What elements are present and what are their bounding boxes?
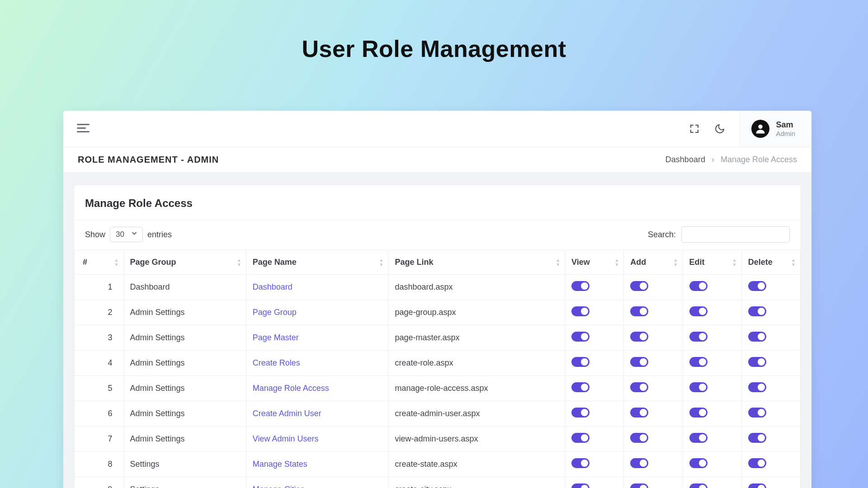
toggle-edit[interactable]	[689, 332, 708, 342]
col-edit[interactable]: Edit▲▼	[683, 250, 741, 275]
cell-page-name: Dashboard	[246, 275, 388, 300]
page-name-link[interactable]: Manage Role Access	[253, 384, 329, 393]
toggle-view[interactable]	[571, 408, 590, 418]
toggle-edit[interactable]	[689, 382, 708, 392]
sort-icon: ▲▼	[114, 258, 119, 267]
cell-index: 3	[75, 325, 124, 351]
cell-delete	[741, 300, 800, 325]
toggle-delete[interactable]	[748, 332, 766, 342]
cell-page-group: Admin Settings	[123, 376, 246, 401]
cell-page-name: Page Master	[246, 325, 388, 351]
svg-point-0	[759, 125, 763, 129]
toggle-edit[interactable]	[689, 458, 708, 468]
cell-page-name: Create Admin User	[246, 401, 388, 427]
toggle-view[interactable]	[571, 357, 590, 367]
cell-view	[565, 427, 624, 452]
toggle-edit[interactable]	[689, 306, 708, 316]
dark-mode-icon[interactable]	[714, 123, 726, 135]
toggle-add[interactable]	[630, 332, 648, 342]
col-page-group[interactable]: Page Group▲▼	[123, 250, 246, 275]
toggle-add[interactable]	[630, 357, 648, 367]
page-name-link[interactable]: Page Group	[253, 308, 297, 317]
cell-edit	[683, 325, 741, 351]
entries-label: entries	[147, 230, 172, 239]
user-menu[interactable]: Sam Admin	[739, 111, 811, 147]
col-delete[interactable]: Delete▲▼	[741, 250, 800, 275]
cell-edit	[683, 427, 741, 452]
page-name-link[interactable]: Create Roles	[253, 358, 300, 367]
cell-page-group: Admin Settings	[123, 401, 246, 427]
toggle-delete[interactable]	[748, 382, 766, 392]
toggle-view[interactable]	[571, 382, 590, 392]
fullscreen-icon[interactable]	[689, 123, 700, 135]
search-input[interactable]	[681, 226, 790, 243]
toggle-add[interactable]	[630, 382, 648, 392]
cell-delete	[741, 325, 800, 351]
cell-add	[624, 325, 683, 351]
cell-page-group: Admin Settings	[123, 300, 246, 325]
toggle-edit[interactable]	[689, 281, 708, 291]
toggle-delete[interactable]	[748, 458, 766, 468]
cell-add	[624, 427, 683, 452]
toggle-delete[interactable]	[748, 433, 766, 443]
toggle-add[interactable]	[630, 483, 648, 488]
toggle-add[interactable]	[630, 458, 648, 468]
page-name-link[interactable]: Dashboard	[253, 282, 292, 291]
page-name-link[interactable]: Page Master	[253, 333, 299, 342]
cell-delete	[741, 401, 800, 427]
toggle-view[interactable]	[571, 332, 590, 342]
col-index[interactable]: #▲▼	[75, 250, 124, 275]
cell-view	[565, 275, 624, 300]
toggle-edit[interactable]	[689, 357, 708, 367]
breadcrumb-root[interactable]: Dashboard	[665, 155, 705, 164]
sort-icon: ▲▼	[732, 258, 737, 267]
toggle-view[interactable]	[571, 281, 590, 291]
user-info: Sam Admin	[776, 120, 795, 138]
user-role: Admin	[776, 130, 795, 137]
page-name-link[interactable]: View Admin Users	[253, 434, 319, 443]
col-page-name[interactable]: Page Name▲▼	[246, 250, 388, 275]
page-name-link[interactable]: Create Admin User	[253, 409, 321, 418]
toggle-view[interactable]	[571, 483, 590, 488]
page-name-link[interactable]: Manage States	[253, 460, 307, 469]
table-row: 1DashboardDashboarddashboard.aspx	[75, 275, 801, 300]
cell-edit	[683, 300, 741, 325]
cell-view	[565, 452, 624, 477]
page-size-select[interactable]: 30	[110, 227, 143, 242]
toggle-edit[interactable]	[689, 433, 708, 443]
cell-index: 4	[75, 351, 124, 376]
cell-page-group: Dashboard	[123, 275, 246, 300]
col-view-label: View	[571, 258, 590, 267]
cell-page-group: Admin Settings	[123, 325, 246, 351]
toggle-edit[interactable]	[689, 483, 708, 488]
sort-icon: ▲▼	[791, 258, 796, 267]
col-view[interactable]: View▲▼	[565, 250, 624, 275]
col-delete-label: Delete	[748, 258, 773, 267]
page-title: ROLE MANAGEMENT - ADMIN	[78, 155, 219, 165]
toggle-delete[interactable]	[748, 306, 766, 316]
page-name-link[interactable]: Manage Cities	[253, 485, 305, 488]
menu-toggle-icon[interactable]	[77, 124, 90, 134]
toggle-view[interactable]	[571, 433, 590, 443]
col-edit-label: Edit	[689, 258, 705, 267]
toggle-delete[interactable]	[748, 483, 766, 488]
toggle-view[interactable]	[571, 458, 590, 468]
cell-view	[565, 477, 624, 488]
cell-page-group: Admin Settings	[123, 351, 246, 376]
hero-title: User Role Management	[0, 0, 868, 62]
sort-icon: ▲▼	[379, 258, 384, 267]
toggle-view[interactable]	[571, 306, 590, 316]
cell-page-link: manage-role-access.aspx	[388, 376, 565, 401]
toggle-edit[interactable]	[689, 408, 708, 418]
toggle-add[interactable]	[630, 408, 648, 418]
toggle-add[interactable]	[630, 306, 648, 316]
toggle-delete[interactable]	[748, 408, 766, 418]
col-add[interactable]: Add▲▼	[624, 250, 683, 275]
toggle-add[interactable]	[630, 281, 648, 291]
cell-index: 6	[75, 401, 124, 427]
topbar: Sam Admin	[63, 111, 811, 147]
col-page-link[interactable]: Page Link▲▼	[388, 250, 565, 275]
toggle-delete[interactable]	[748, 281, 766, 291]
toggle-add[interactable]	[630, 433, 648, 443]
toggle-delete[interactable]	[748, 357, 766, 367]
